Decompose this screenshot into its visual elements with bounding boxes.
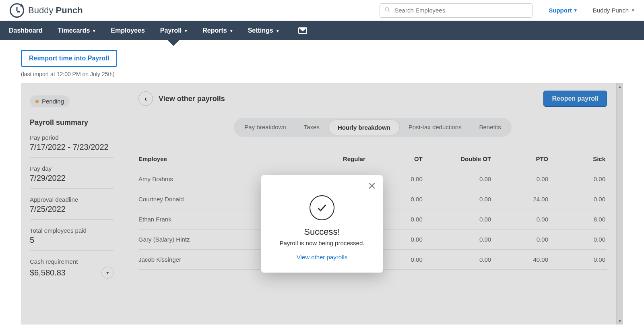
- chevron-down-icon: ▾: [277, 28, 279, 33]
- nav-timecards[interactable]: Timecards▾: [58, 21, 96, 40]
- modal-title: Success!: [272, 227, 372, 237]
- import-note: (last import at 12:00 PM on July 25th): [21, 71, 115, 77]
- nav-dashboard[interactable]: Dashboard: [9, 21, 43, 40]
- nav-employees[interactable]: Employees: [111, 21, 144, 40]
- reimport-button[interactable]: Reimport time into Payroll: [21, 50, 117, 67]
- clock-icon: ➤: [10, 3, 24, 18]
- support-menu[interactable]: Support ▾: [549, 7, 577, 14]
- logo[interactable]: ➤ Buddy Punch: [10, 3, 83, 18]
- check-circle-icon: [310, 195, 334, 220]
- chevron-down-icon: ▾: [185, 28, 187, 33]
- view-other-payrolls-link[interactable]: View other payrolls: [272, 254, 372, 261]
- search-input[interactable]: [380, 3, 533, 18]
- close-modal-button[interactable]: ✕: [367, 181, 376, 191]
- success-modal: ✕ Success! Payroll is now being processe…: [261, 175, 383, 273]
- chevron-down-icon: ▾: [93, 28, 95, 33]
- search-icon: [384, 7, 390, 14]
- svg-line-1: [388, 10, 390, 12]
- modal-subtitle: Payroll is now being processed.: [272, 240, 372, 246]
- chevron-down-icon: ▾: [230, 28, 233, 33]
- nav-payroll[interactable]: Payroll▾: [160, 21, 187, 40]
- close-icon: ✕: [367, 180, 376, 192]
- top-bar: ➤ Buddy Punch Support ▾ Buddy Punch ▾: [0, 0, 644, 21]
- nav-reports[interactable]: Reports▾: [202, 21, 232, 40]
- search-wrap: [380, 3, 533, 18]
- chevron-down-icon: ▾: [574, 8, 577, 13]
- nav-settings[interactable]: Settings▾: [248, 21, 279, 40]
- user-label: Buddy Punch: [593, 7, 629, 14]
- import-row: Reimport time into Payroll (last import …: [9, 40, 635, 83]
- mail-icon[interactable]: [298, 27, 307, 34]
- support-label: Support: [549, 7, 572, 14]
- main-nav: Dashboard Timecards▾ Employees Payroll▾ …: [0, 21, 644, 40]
- modal-backdrop: ✕ Success! Payroll is now being processe…: [21, 83, 623, 325]
- svg-point-0: [385, 7, 389, 11]
- active-indicator: [168, 40, 179, 46]
- logo-text: Buddy Punch: [28, 5, 83, 16]
- chevron-down-icon: ▾: [632, 8, 634, 13]
- user-menu[interactable]: Buddy Punch ▾: [593, 7, 634, 14]
